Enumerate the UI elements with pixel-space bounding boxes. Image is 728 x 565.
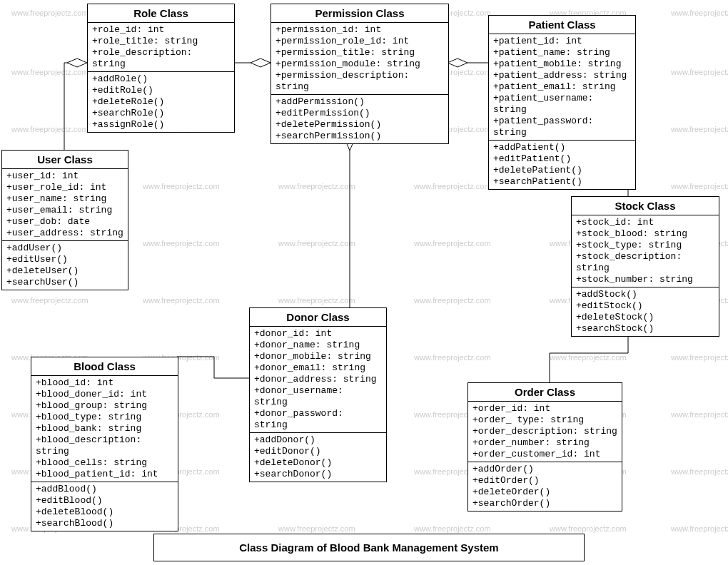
- class-methods: +addRole()+editRole()+deleteRole()+searc…: [88, 72, 234, 132]
- diagram-title: Class Diagram of Blood Bank Management S…: [153, 534, 585, 561]
- method-line: +editUser(): [6, 254, 123, 265]
- class-methods: +addBlood()+editBlood()+deleteBlood()+se…: [31, 482, 178, 531]
- class-methods: +addPatient()+editPatient()+deletePatien…: [489, 141, 635, 189]
- method-line: +searchDonor(): [254, 469, 382, 480]
- method-line: +deleteDonor(): [254, 457, 382, 469]
- svg-marker-2: [448, 58, 467, 67]
- watermark-text: www.freeprojectz.com: [11, 68, 89, 76]
- class-attributes: +donor_id: int+donor_name: string+donor_…: [250, 327, 386, 433]
- class-methods: +addStock()+editStock()+deleteStock()+se…: [572, 287, 719, 336]
- attribute-line: +blood_id: int: [36, 377, 173, 389]
- method-line: +addRole(): [92, 73, 230, 85]
- attribute-line: +blood_cells: string: [36, 457, 173, 469]
- attribute-line: +donor_name: string: [254, 340, 382, 351]
- method-line: +addOrder(): [472, 464, 617, 475]
- class-methods: +addUser()+editUser()+deleteUser()+searc…: [2, 241, 128, 290]
- attribute-line: +stock_id: int: [576, 217, 714, 228]
- attribute-line: +blood_bank: string: [36, 423, 173, 434]
- watermark-text: www.freeprojectz.com: [11, 9, 89, 17]
- watermark-text: www.freeprojectz.com: [11, 125, 89, 133]
- class-role: Role Class +role_id: int+role_title: str…: [87, 4, 235, 133]
- class-methods: +addOrder()+editOrder()+deleteOrder()+se…: [468, 462, 622, 511]
- attribute-line: +permission_title: string: [275, 47, 444, 58]
- method-line: +searchBlood(): [36, 518, 173, 529]
- attribute-line: +permission_module: string: [275, 58, 444, 70]
- class-title: Permission Class: [271, 4, 448, 23]
- class-attributes: +stock_id: int+stock_blood: string+stock…: [572, 215, 719, 287]
- class-attributes: +permission_id: int+permission_role_id: …: [271, 23, 448, 95]
- attribute-line: +role_description: string: [92, 47, 230, 70]
- class-attributes: +user_id: int+user_role_id: int+user_nam…: [2, 169, 128, 241]
- attribute-line: +donor_email: string: [254, 362, 382, 374]
- attribute-line: +user_id: int: [6, 170, 123, 182]
- watermark-text: www.freeprojectz.com: [671, 125, 728, 133]
- watermark-text: www.freeprojectz.com: [414, 353, 491, 362]
- watermark-text: www.freeprojectz.com: [414, 524, 491, 533]
- class-patient: Patient Class +patient_id: int+patient_n…: [488, 15, 636, 190]
- watermark-text: www.freeprojectz.com: [550, 353, 627, 362]
- watermark-text: www.freeprojectz.com: [550, 524, 627, 533]
- attribute-line: +patient_username: string: [493, 93, 631, 116]
- method-line: +addUser(): [6, 243, 123, 254]
- attribute-line: +donor_username: string: [254, 385, 382, 408]
- attribute-line: +blood_patient_id: int: [36, 469, 173, 480]
- attribute-line: +permission_id: int: [275, 24, 444, 36]
- attribute-line: +patient_email: string: [493, 81, 631, 93]
- watermark-text: www.freeprojectz.com: [11, 296, 89, 305]
- watermark-text: www.freeprojectz.com: [278, 296, 355, 305]
- class-user: User Class +user_id: int+user_role_id: i…: [1, 150, 128, 290]
- attribute-line: +stock_number: string: [576, 274, 714, 285]
- class-methods: +addPermission()+editPermission()+delete…: [271, 95, 448, 143]
- watermark-text: www.freeprojectz.com: [671, 524, 728, 533]
- class-methods: +addDonor()+editDonor()+deleteDonor()+se…: [250, 433, 386, 482]
- class-attributes: +role_id: int+role_title: string+role_de…: [88, 23, 234, 72]
- method-line: +deleteUser(): [6, 265, 123, 277]
- class-attributes: +order_id: int+order_ type: string+order…: [468, 402, 622, 462]
- attribute-line: +stock_description: string: [576, 251, 714, 274]
- svg-marker-0: [67, 58, 87, 67]
- attribute-line: +user_address: string: [6, 228, 123, 239]
- attribute-line: +permission_description: string: [275, 70, 444, 93]
- attribute-line: +order_number: string: [472, 437, 617, 449]
- method-line: +addPermission(): [275, 96, 444, 108]
- method-line: +deleteBlood(): [36, 507, 173, 518]
- attribute-line: +stock_type: string: [576, 240, 714, 251]
- method-line: +addPatient(): [493, 142, 631, 153]
- method-line: +editBlood(): [36, 495, 173, 507]
- class-attributes: +blood_id: int+blood_doner_id: int+blood…: [31, 376, 178, 482]
- attribute-line: +stock_blood: string: [576, 228, 714, 240]
- watermark-text: www.freeprojectz.com: [671, 182, 728, 190]
- method-line: +searchRole(): [92, 108, 230, 119]
- method-line: +addDonor(): [254, 434, 382, 446]
- watermark-text: www.freeprojectz.com: [278, 182, 355, 190]
- attribute-line: +user_dob: date: [6, 216, 123, 228]
- watermark-text: www.freeprojectz.com: [143, 296, 220, 305]
- method-line: +editDonor(): [254, 446, 382, 457]
- attribute-line: +patient_password: string: [493, 116, 631, 138]
- method-line: +assignRole(): [92, 119, 230, 131]
- class-title: User Class: [2, 151, 128, 169]
- class-permission: Permission Class +permission_id: int+per…: [271, 4, 449, 144]
- attribute-line: +donor_id: int: [254, 328, 382, 340]
- class-blood: Blood Class +blood_id: int+blood_doner_i…: [31, 357, 178, 531]
- method-line: +searchPermission(): [275, 131, 444, 142]
- method-line: +editRole(): [92, 85, 230, 96]
- attribute-line: +blood_group: string: [36, 400, 173, 412]
- attribute-line: +patient_mobile: string: [493, 58, 631, 70]
- attribute-line: +patient_name: string: [493, 47, 631, 58]
- class-title: Patient Class: [489, 16, 635, 34]
- attribute-line: +blood_description: string: [36, 434, 173, 457]
- attribute-line: +donor_password: string: [254, 408, 382, 431]
- attribute-line: +donor_address: string: [254, 374, 382, 385]
- method-line: +deleteOrder(): [472, 487, 617, 498]
- class-stock: Stock Class +stock_id: int+stock_blood: …: [571, 196, 719, 337]
- method-line: +deleteStock(): [576, 312, 714, 323]
- class-donor: Donor Class +donor_id: int+donor_name: s…: [249, 307, 387, 482]
- method-line: +searchOrder(): [472, 498, 617, 509]
- class-title: Stock Class: [572, 197, 719, 215]
- watermark-text: www.freeprojectz.com: [671, 353, 728, 362]
- attribute-line: +patient_address: string: [493, 70, 631, 81]
- watermark-text: www.freeprojectz.com: [143, 239, 220, 248]
- watermark-text: www.freeprojectz.com: [671, 9, 728, 17]
- svg-marker-1: [251, 58, 271, 67]
